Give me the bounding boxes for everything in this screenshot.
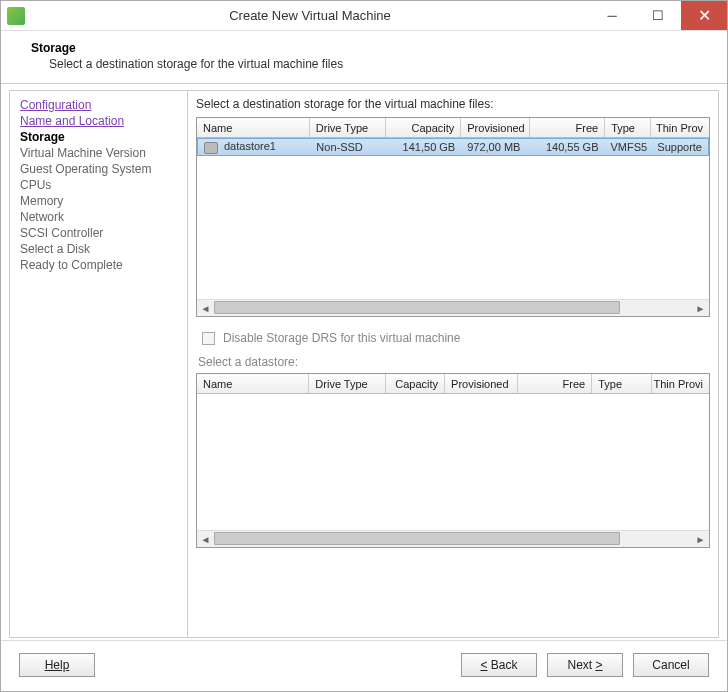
disable-drs-row: Disable Storage DRS for this virtual mac…: [202, 331, 710, 345]
step-memory: Memory: [20, 193, 177, 209]
button-bar: Help < Back Next > Cancel: [1, 640, 727, 688]
next-button[interactable]: Next >: [547, 653, 623, 677]
col2-thin-prov: Thin Provi: [652, 374, 709, 393]
datastore-grid-header: Name Drive Type Capacity Provisioned Fre…: [197, 374, 709, 394]
col-provisioned[interactable]: Provisioned: [461, 118, 530, 137]
disable-drs-label: Disable Storage DRS for this virtual mac…: [223, 331, 460, 345]
app-icon: [7, 7, 25, 25]
step-name-location[interactable]: Name and Location: [20, 113, 177, 129]
storage-prompt: Select a destination storage for the vir…: [196, 97, 710, 111]
page-title: Storage: [31, 41, 697, 55]
table-row[interactable]: datastore1 Non-SSD 141,50 GB 972,00 MB 1…: [197, 138, 709, 156]
disable-drs-checkbox: [202, 332, 215, 345]
cell-free: 140,55 GB: [530, 141, 604, 153]
maximize-button[interactable]: ☐: [635, 1, 681, 30]
scroll-right-icon[interactable]: ►: [692, 300, 709, 316]
close-button[interactable]: ✕: [681, 1, 727, 30]
datastore-grid-body: [197, 394, 709, 530]
scroll-right-icon: ►: [692, 531, 709, 547]
col-name[interactable]: Name: [197, 118, 310, 137]
step-storage: Storage: [20, 129, 177, 145]
window-title: Create New Virtual Machine: [31, 8, 589, 23]
window-controls: ─ ☐ ✕: [589, 1, 727, 30]
storage-grid[interactable]: Name Drive Type Capacity Provisioned Fre…: [196, 117, 710, 317]
scroll-track: [214, 531, 692, 547]
datastore-icon: [204, 142, 218, 154]
datastore-grid-hscroll: ◄ ►: [197, 530, 709, 547]
help-button[interactable]: Help: [19, 653, 95, 677]
cell-type: VMFS5: [604, 141, 650, 153]
minimize-button[interactable]: ─: [589, 1, 635, 30]
titlebar[interactable]: Create New Virtual Machine ─ ☐ ✕: [1, 1, 727, 31]
step-select-disk: Select a Disk: [20, 241, 177, 257]
cell-drive: Non-SSD: [310, 141, 386, 153]
scroll-track[interactable]: [214, 300, 692, 316]
datastore-prompt: Select a datastore:: [196, 355, 710, 369]
step-configuration[interactable]: Configuration: [20, 97, 177, 113]
datastore-grid: Name Drive Type Capacity Provisioned Fre…: [196, 373, 710, 548]
scroll-left-icon: ◄: [197, 531, 214, 547]
cell-name: datastore1: [198, 140, 310, 153]
col-drive-type[interactable]: Drive Type: [310, 118, 387, 137]
col2-drive-type: Drive Type: [309, 374, 385, 393]
col2-type: Type: [592, 374, 651, 393]
cell-capacity: 141,50 GB: [387, 141, 461, 153]
cancel-button[interactable]: Cancel: [633, 653, 709, 677]
scroll-thumb: [214, 532, 620, 545]
col-free[interactable]: Free: [530, 118, 605, 137]
col-thin-prov[interactable]: Thin Prov: [651, 118, 709, 137]
step-ready: Ready to Complete: [20, 257, 177, 273]
storage-grid-hscroll[interactable]: ◄ ►: [197, 299, 709, 316]
step-cpus: CPUs: [20, 177, 177, 193]
col2-capacity: Capacity: [386, 374, 445, 393]
wizard-steps: Configuration Name and Location Storage …: [10, 91, 188, 637]
scroll-left-icon[interactable]: ◄: [197, 300, 214, 316]
wizard-body: Configuration Name and Location Storage …: [9, 90, 719, 638]
storage-grid-header[interactable]: Name Drive Type Capacity Provisioned Fre…: [197, 118, 709, 138]
wizard-header: Storage Select a destination storage for…: [1, 31, 727, 84]
col2-provisioned: Provisioned: [445, 374, 518, 393]
col2-free: Free: [518, 374, 593, 393]
step-network: Network: [20, 209, 177, 225]
cell-thin: Supporte: [651, 141, 708, 153]
step-vm-version: Virtual Machine Version: [20, 145, 177, 161]
step-scsi: SCSI Controller: [20, 225, 177, 241]
page-subtitle: Select a destination storage for the vir…: [31, 57, 697, 71]
back-button[interactable]: < Back: [461, 653, 537, 677]
scroll-thumb[interactable]: [214, 301, 620, 314]
step-guest-os: Guest Operating System: [20, 161, 177, 177]
storage-grid-body[interactable]: datastore1 Non-SSD 141,50 GB 972,00 MB 1…: [197, 138, 709, 299]
cell-provisioned: 972,00 MB: [461, 141, 530, 153]
main-panel: Select a destination storage for the vir…: [188, 91, 718, 637]
col2-name: Name: [197, 374, 309, 393]
col-capacity[interactable]: Capacity: [386, 118, 461, 137]
col-type[interactable]: Type: [605, 118, 651, 137]
